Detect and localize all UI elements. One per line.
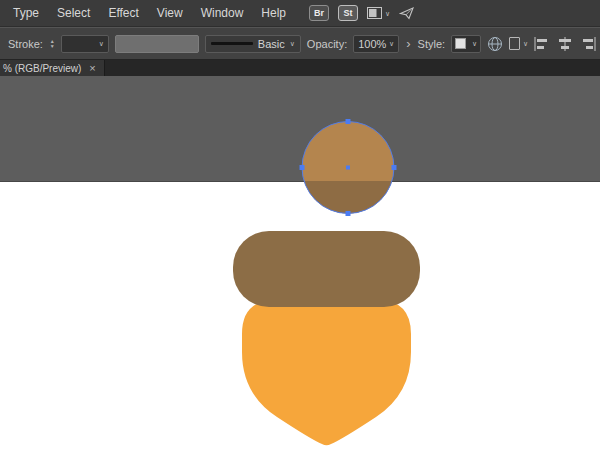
- opacity-label: Opacity:: [307, 38, 347, 50]
- stepper-down-icon[interactable]: ▼: [50, 44, 55, 49]
- chevron-down-icon: ∨: [523, 40, 528, 47]
- align-right-icon[interactable]: [580, 37, 596, 51]
- menubar-icons: Br St ∨: [309, 5, 415, 21]
- stock-button[interactable]: St: [338, 5, 358, 21]
- canvas-svg: [0, 76, 600, 468]
- chevron-down-icon: ∨: [290, 40, 295, 47]
- style-swatch: [455, 38, 466, 49]
- chevron-down-icon: ∨: [385, 10, 390, 17]
- workspace-switcher-button[interactable]: ∨: [367, 7, 390, 19]
- document-setup-button[interactable]: ∨: [509, 37, 528, 50]
- menu-type[interactable]: Type: [4, 4, 48, 22]
- control-bar: Stroke: ▲ ▼ ∨ Basic ∨ Opacity: 100% ∨ › …: [0, 27, 600, 60]
- selection-anchor-right[interactable]: [392, 165, 397, 170]
- menu-bar: Type Select Effect View Window Help Br S…: [0, 0, 600, 27]
- selection-anchor-bottom[interactable]: [346, 211, 351, 216]
- opacity-value: 100%: [358, 38, 386, 50]
- acorn-cap-shape[interactable]: [233, 231, 420, 307]
- menu-effect[interactable]: Effect: [99, 4, 147, 22]
- menu-help[interactable]: Help: [252, 4, 295, 22]
- style-dropdown[interactable]: ∨: [451, 35, 481, 53]
- selection-anchor-top[interactable]: [346, 119, 351, 124]
- chevron-right-icon[interactable]: ›: [405, 37, 411, 50]
- document-tab-bar: % (RGB/Preview) ×: [0, 60, 600, 76]
- brush-definition-dropdown[interactable]: Basic ∨: [205, 35, 301, 53]
- document-icon: [509, 37, 520, 50]
- opacity-input[interactable]: 100% ∨: [353, 35, 399, 53]
- document-setup-globe-button[interactable]: [487, 36, 503, 52]
- menu-view[interactable]: View: [148, 4, 192, 22]
- chevron-down-icon: ∨: [389, 40, 394, 47]
- chevron-down-icon: ∨: [99, 40, 104, 47]
- align-left-icon[interactable]: [534, 37, 550, 51]
- brush-stroke-preview: [211, 42, 253, 45]
- share-button[interactable]: [399, 6, 415, 20]
- globe-icon: [487, 36, 503, 52]
- stroke-weight-dropdown[interactable]: ∨: [61, 35, 109, 53]
- canvas-area[interactable]: [0, 76, 600, 468]
- stroke-label: Stroke:: [8, 38, 43, 50]
- bridge-button[interactable]: Br: [309, 5, 329, 21]
- style-label: Style:: [418, 38, 446, 50]
- brush-name: Basic: [258, 38, 285, 50]
- align-buttons: [534, 37, 596, 51]
- selection-center-point[interactable]: [346, 166, 350, 170]
- chevron-down-icon: ∨: [472, 40, 477, 47]
- share-icon: [399, 6, 415, 20]
- workspace-icon: [367, 7, 382, 19]
- document-tab-title: % (RGB/Preview): [3, 63, 81, 74]
- document-tab[interactable]: % (RGB/Preview) ×: [0, 60, 105, 76]
- stroke-stepper[interactable]: ▲ ▼: [50, 39, 55, 49]
- close-icon[interactable]: ×: [89, 63, 95, 74]
- menu-select[interactable]: Select: [48, 4, 99, 22]
- selection-anchor-left[interactable]: [300, 165, 305, 170]
- align-center-icon[interactable]: [557, 37, 573, 51]
- menu-window[interactable]: Window: [192, 4, 253, 22]
- width-profile-dropdown-disabled: [115, 35, 199, 53]
